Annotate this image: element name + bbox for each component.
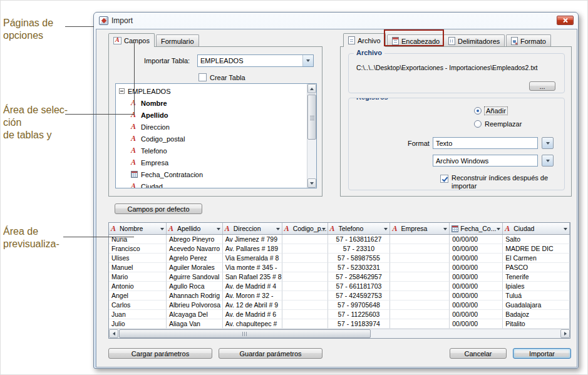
annotation-leader-line: [65, 114, 135, 115]
rebuild-index-label[interactable]: Reconstruir índices después de importar: [451, 174, 548, 190]
column-header-telefono[interactable]: Telefono: [328, 223, 391, 234]
column-menu-icon[interactable]: [276, 228, 280, 230]
delimiters-icon: [448, 37, 455, 45]
column-header-empresa[interactable]: Empresa: [390, 223, 450, 234]
table-cell: Albrieu Polvorosa: [167, 301, 223, 310]
table-cell: San Rafael 235 # 8: [223, 272, 282, 282]
tab-archivo[interactable]: Archivo: [343, 33, 386, 47]
tree-scrollbar[interactable]: [307, 84, 316, 188]
create-table-checkbox[interactable]: [199, 73, 207, 81]
tree-field-ciudad[interactable]: Ciudad: [116, 180, 306, 188]
column-header-fecha-contratacion[interactable]: Fecha_Co...: [450, 223, 503, 234]
append-radio[interactable]: [474, 107, 482, 115]
cancel-button[interactable]: Cancelar: [450, 348, 507, 359]
tree-field-codigo-postal[interactable]: Codigo_postal: [116, 133, 306, 145]
scroll-up-button[interactable]: [307, 84, 316, 93]
append-radio-label[interactable]: Añadir: [485, 107, 507, 115]
table-row[interactable]: MarioAguirre SandovalSan Rafael 235 # 85…: [109, 272, 570, 282]
encoding-dropdown-button[interactable]: [542, 155, 554, 167]
table-row[interactable]: UlisesAgrelo PerezVia Esmeralda # 857 - …: [109, 254, 570, 263]
format-icon: [511, 37, 518, 45]
titlebar[interactable]: Import: [94, 13, 578, 29]
tree-field-direccion[interactable]: Direccion: [116, 121, 306, 133]
column-menu-icon[interactable]: [564, 228, 567, 230]
column-header-codigo-postal[interactable]: Codigo_p...: [282, 223, 328, 234]
tab-delimitadores[interactable]: Delimitadores: [443, 34, 505, 47]
table-cell: Guadalajara: [503, 301, 570, 310]
table-row[interactable]: JuanAlcayaga DelAv. de Madrid # 657 - 11…: [109, 310, 570, 319]
browse-button[interactable]: ...: [529, 81, 555, 91]
import-button[interactable]: Importar: [513, 348, 571, 359]
table-scrollbar-thumb[interactable]: [119, 329, 371, 338]
tree-root-item[interactable]: EMPLEADOS: [116, 85, 306, 97]
column-header-nombre[interactable]: Nombre: [109, 223, 167, 234]
tab-formato[interactable]: Formato: [506, 34, 551, 47]
chevron-down-icon[interactable]: [302, 55, 313, 66]
group-title: Registros: [354, 98, 391, 101]
close-button[interactable]: [557, 16, 574, 25]
table-cell: Ipiales: [503, 282, 570, 291]
column-menu-icon[interactable]: [443, 228, 447, 230]
tab-campos[interactable]: Campos: [108, 33, 155, 47]
table-header-row: Nombre Apellido Direccion Codigo_p... Te…: [109, 223, 570, 235]
column-menu-icon[interactable]: [322, 228, 326, 230]
column-header-apellido[interactable]: Apellido: [167, 223, 223, 234]
format-select[interactable]: Texto: [433, 137, 538, 149]
import-table-select[interactable]: EMPLEADOS: [197, 54, 314, 67]
rebuild-index-checkbox[interactable]: [440, 175, 448, 183]
table-row[interactable]: FranciscoAcevedo NavarroAv. Pallares # 1…: [109, 244, 570, 254]
scroll-right-button[interactable]: [560, 329, 570, 338]
replace-radio-label[interactable]: Reemplazar: [485, 120, 522, 128]
table-row[interactable]: AntonioAgullo RocaAv. de Madrid # 457 - …: [109, 282, 570, 291]
tree-field-nombre[interactable]: Nombre: [116, 97, 306, 109]
tree-field-empresa[interactable]: Empresa: [116, 157, 306, 168]
table-cell: 57 - 258462957: [328, 272, 391, 282]
table-cell: Mario: [109, 272, 167, 282]
column-header-direccion[interactable]: Direccion: [223, 223, 282, 234]
column-menu-icon[interactable]: [384, 228, 388, 230]
table-cell: Badajoz: [503, 310, 570, 319]
field-label: Direccion: [141, 123, 170, 131]
close-icon: [562, 18, 568, 23]
text-field-icon: [284, 225, 291, 233]
table-row[interactable]: CarlosAlbrieu PolvorosaAv. 12 de Abril #…: [109, 301, 570, 310]
fields-panel: Importar Tabla: EMPLEADOS Crear Tabla EM…: [108, 46, 322, 197]
table-cell: [282, 254, 328, 263]
column-menu-icon[interactable]: [160, 228, 164, 230]
table-row[interactable]: ManuelAguiler MoralesVia monte # 345 -57…: [109, 263, 570, 272]
table-cell: Carlos: [109, 301, 167, 310]
create-table-label[interactable]: Crear Tabla: [210, 74, 245, 81]
format-dropdown-button[interactable]: [542, 137, 554, 149]
import-table-label: Importar Tabla:: [144, 57, 190, 64]
figure: Páginas de opciones Área de selec- ción …: [0, 0, 588, 375]
table-horizontal-scrollbar[interactable]: [109, 329, 570, 338]
table-cell: 57 - 23310: [328, 244, 391, 254]
table-row[interactable]: NuriaAbrego PineyroAv Jimenez # 79957 - …: [109, 235, 570, 244]
encabezado-highlight-box: [384, 29, 444, 46]
table-row[interactable]: JulioAliaga VanAv. chapultepec #57 - 191…: [109, 319, 570, 329]
annotation-leader-line: [65, 26, 94, 27]
column-menu-icon[interactable]: [497, 228, 500, 230]
table-cell: Av. de Madrid # 4: [223, 282, 282, 291]
tree-field-fecha-contratacion[interactable]: Fecha_Contratacion: [116, 168, 306, 180]
encoding-select[interactable]: Archivo Windows: [433, 155, 538, 167]
replace-radio[interactable]: [474, 120, 482, 128]
save-params-button[interactable]: Guardar parámetros: [219, 348, 322, 359]
tab-formulario[interactable]: Formulario: [156, 34, 199, 47]
tree-scrollbar-thumb[interactable]: [307, 95, 316, 140]
table-cell: [282, 272, 328, 282]
table-cell: [282, 310, 328, 319]
tree-field-telefono[interactable]: Telefono: [116, 145, 306, 157]
format-label: Format: [408, 140, 430, 147]
scroll-down-button[interactable]: [307, 178, 316, 188]
annotation-leader-line: [134, 42, 135, 115]
tree-field-apellido[interactable]: Apellido: [116, 109, 306, 121]
default-fields-button[interactable]: Campos por defecto: [115, 203, 202, 214]
scroll-left-button[interactable]: [109, 329, 118, 338]
column-menu-icon[interactable]: [217, 228, 220, 230]
collapse-icon[interactable]: [119, 88, 125, 94]
column-header-ciudad[interactable]: Ciudad: [503, 223, 570, 234]
text-field-icon: [392, 225, 399, 233]
table-row[interactable]: AngelAhannach RodrigAv. Moron # 32 -57 -…: [109, 291, 570, 301]
load-params-button[interactable]: Cargar parámetros: [108, 348, 212, 359]
